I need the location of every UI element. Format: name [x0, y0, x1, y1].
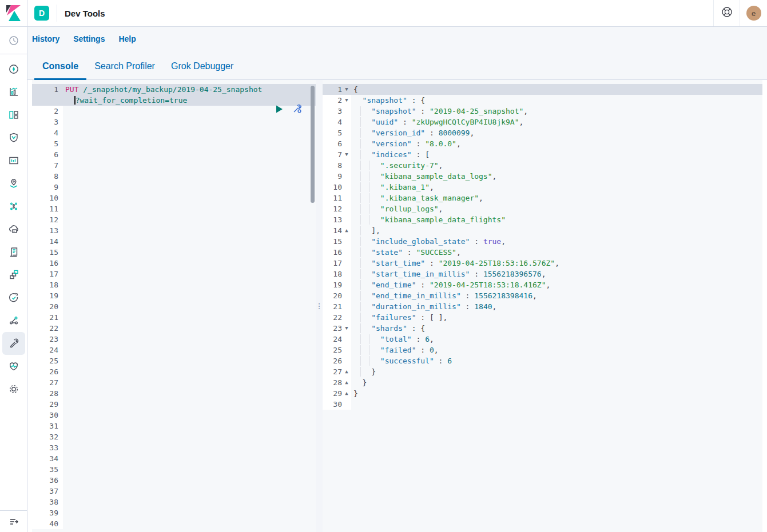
editor-line: 17	[32, 269, 316, 279]
response-line: 30	[323, 399, 762, 410]
editor-line: 9	[32, 182, 316, 193]
editor-line: 32	[32, 431, 316, 442]
editor-line: 33	[32, 442, 316, 453]
collapse-sidebar-button[interactable]	[2, 510, 25, 532]
response-line: 15"include_global_state" : true,	[323, 236, 762, 247]
sidebar-item-monitoring[interactable]	[2, 355, 25, 378]
fold-slot	[342, 258, 351, 269]
line-number: 31	[32, 421, 58, 431]
sidebar-item-visualize[interactable]	[2, 81, 25, 103]
line-number: 27	[32, 377, 58, 388]
line-number: 23	[32, 334, 58, 345]
fold-toggle[interactable]: ▼	[342, 84, 351, 95]
devtools-link-settings[interactable]: Settings	[73, 34, 105, 43]
app-root: D Dev Tools e HistorySettin	[0, 0, 767, 532]
line-number: 30	[32, 410, 58, 421]
chart-icon	[8, 86, 19, 98]
editor-line: 34	[32, 453, 316, 464]
sidebar-item-uptime[interactable]	[2, 286, 25, 309]
panel-splitter[interactable]: ⋮	[316, 80, 323, 532]
fold-toggle[interactable]: ▼	[342, 149, 351, 160]
editor-line: 37	[32, 486, 316, 497]
fold-toggle[interactable]: ▲	[342, 225, 351, 236]
line-number: 2	[32, 106, 58, 117]
response-line: 10".kibana_1",	[323, 182, 762, 193]
line-number: 21	[323, 301, 342, 312]
line-number: 29	[32, 399, 58, 410]
line-number: 8	[323, 160, 342, 171]
devtools-link-history[interactable]: History	[32, 34, 59, 43]
sidebar-item-dev-tools[interactable]	[2, 332, 25, 355]
response-line: 21"duration_in_millis" : 1840,	[323, 301, 762, 312]
line-number: 13	[323, 214, 342, 225]
line-number: 24	[323, 334, 342, 345]
sidebar-item-graph[interactable]	[2, 309, 25, 332]
sidebar-item-siem[interactable]	[2, 126, 25, 149]
editor-line: 13	[32, 225, 316, 236]
tab-console[interactable]: Console	[34, 61, 86, 79]
tab-search-profiler[interactable]: Search Profiler	[86, 61, 163, 79]
editor-line: 28	[32, 388, 316, 399]
line-number: 34	[32, 453, 58, 464]
sidebar-item-logs[interactable]	[2, 241, 25, 263]
response-line: 9"kibana_sample_data_logs",	[323, 171, 762, 182]
fold-slot	[342, 138, 351, 149]
dashboard-icon	[8, 109, 19, 121]
kibana-logo[interactable]	[0, 0, 27, 27]
fold-toggle[interactable]: ▲	[342, 377, 351, 388]
recently-viewed-button[interactable]	[0, 27, 27, 54]
sidebar-item-discover[interactable]	[2, 58, 25, 81]
line-number: 30	[323, 399, 342, 410]
fold-toggle[interactable]: ▲	[342, 388, 351, 399]
sidebar-item-maps[interactable]	[2, 172, 25, 195]
line-number: 29	[323, 388, 342, 399]
response-line: 25"failed" : 0,	[323, 345, 762, 355]
line-number: 27	[323, 366, 342, 377]
line-number: 16	[323, 247, 342, 258]
wrench-icon	[8, 338, 19, 349]
line-number: 20	[32, 301, 58, 312]
response-line: 24"total" : 6,	[323, 334, 762, 345]
response-line: 3"snapshot" : "2019-04-25_snapshot",	[323, 106, 762, 117]
editor-line: 12	[32, 214, 316, 225]
fold-slot	[342, 269, 351, 279]
line-number: 12	[323, 203, 342, 214]
shield-icon	[8, 132, 19, 143]
editor-line: 16	[32, 258, 316, 269]
response-line: 16"state" : "SUCCESS",	[323, 247, 762, 258]
top-header: D Dev Tools e	[27, 0, 767, 27]
request-editor[interactable]: 1PUT /_snapshot/my_backup/2019-04-25_sna…	[32, 80, 316, 532]
sidebar-item-dashboard[interactable]	[2, 103, 25, 126]
map-pin-icon	[8, 178, 19, 189]
line-number: 38	[32, 497, 58, 507]
fold-toggle[interactable]: ▼	[342, 323, 351, 334]
fold-toggle[interactable]: ▼	[342, 95, 351, 106]
editor-line: 23	[32, 334, 316, 345]
user-menu-button[interactable]: e	[740, 0, 767, 26]
help-menu-button[interactable]	[713, 0, 740, 26]
ml-dots-icon	[8, 201, 19, 212]
line-number: 15	[323, 236, 342, 247]
fold-toggle[interactable]: ▲	[342, 366, 351, 377]
sidebar-item-apm[interactable]	[2, 263, 25, 286]
fold-slot	[342, 193, 351, 203]
response-viewer[interactable]: 1▼{2▼"snapshot" : {3"snapshot" : "2019-0…	[323, 80, 762, 532]
fold-slot	[342, 171, 351, 182]
tab-grok-debugger[interactable]: Grok Debugger	[163, 61, 241, 79]
sidebar-item-machine-learning[interactable]	[2, 195, 25, 218]
devtools-link-help[interactable]: Help	[118, 34, 136, 43]
editor-line: 24	[32, 345, 316, 355]
line-number: 26	[323, 355, 342, 366]
line-number: 7	[323, 149, 342, 160]
editor-line: 21	[32, 312, 316, 323]
line-number: 9	[32, 182, 58, 193]
sidebar-item-canvas[interactable]	[2, 149, 25, 172]
fold-slot	[342, 117, 351, 127]
response-line: 18"start_time_in_millis" : 1556218396576…	[323, 269, 762, 279]
sidebar-item-infrastructure[interactable]	[2, 218, 25, 241]
sidebar-item-management[interactable]	[2, 378, 25, 401]
app-badge[interactable]: D	[34, 6, 49, 21]
line-number: 28	[323, 377, 342, 388]
editor-scrollbar[interactable]	[311, 86, 315, 203]
line-number: 3	[32, 117, 58, 127]
